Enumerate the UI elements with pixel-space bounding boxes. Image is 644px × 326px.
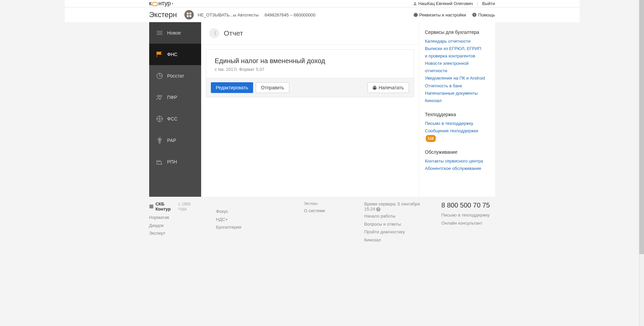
org-number: 6498267645 – 660000000 xyxy=(265,12,315,17)
help-icon[interactable]: ? xyxy=(376,207,380,212)
service-heading: Обслуживание xyxy=(425,149,489,155)
chevron-down-icon: ▾ xyxy=(172,2,173,5)
cloud-icon xyxy=(152,2,158,6)
link-calendar[interactable]: Календарь отчетности xyxy=(425,38,489,45)
flink-focus[interactable]: Фокус xyxy=(216,208,253,215)
svg-rect-2 xyxy=(187,15,188,17)
factory-icon xyxy=(156,158,163,166)
svg-rect-1 xyxy=(189,13,191,14)
brand-logo[interactable]: кнтур▾ xyxy=(149,0,173,7)
skb-logo-icon xyxy=(149,204,154,209)
server-time: Время сервера: 5 сентября 15:24? xyxy=(364,201,421,212)
print-button[interactable]: Напечатать xyxy=(367,82,409,93)
link-service-contacts[interactable]: Контакты сервисного центра xyxy=(425,157,489,165)
flink-diag[interactable]: Пройти диагностику xyxy=(364,229,421,235)
grid-icon xyxy=(187,12,191,17)
nav-rpn[interactable]: РПН xyxy=(149,151,201,173)
user-icon xyxy=(413,2,417,6)
user-link[interactable]: НашКац Евгений Олегович xyxy=(413,1,473,6)
grapes-icon xyxy=(156,137,163,144)
org-switcher[interactable] xyxy=(184,10,194,19)
scrollbar-thumb[interactable] xyxy=(639,0,644,253)
print-icon xyxy=(372,86,377,90)
flink-diadok[interactable]: Диадок xyxy=(149,222,196,229)
report-card: Единый налог на вмененный доход с Iкв. 2… xyxy=(206,49,414,97)
support-heading: Техподдержка xyxy=(425,112,489,117)
link-news[interactable]: Новости электронной отчетности xyxy=(425,60,489,75)
nav-pfr[interactable]: ПФР xyxy=(149,87,201,108)
report-subtitle: с Iкв. 2017г. Формат 5.07 xyxy=(215,67,405,72)
user-name: НашКац Евгений Олегович xyxy=(418,1,473,6)
back-button[interactable]: 〈 xyxy=(209,28,219,38)
help-link[interactable]: ? Помощь xyxy=(472,12,495,17)
svg-rect-0 xyxy=(187,13,188,14)
target-icon xyxy=(156,115,163,123)
svg-rect-3 xyxy=(189,15,191,17)
flink-expert[interactable]: Эксперт xyxy=(149,230,196,237)
nav-rosstat[interactable]: Росстат xyxy=(149,65,201,87)
link-bank[interactable]: Отчетность в банк xyxy=(425,82,489,90)
nav-fns[interactable]: ФНС xyxy=(149,44,201,65)
services-heading: Сервисы для бухгалтера xyxy=(425,30,489,35)
link-support-msgs[interactable]: Сообщения техподдержки 116 xyxy=(425,127,489,142)
page-title: Отчет xyxy=(224,29,243,37)
link-cinema[interactable]: Кинозал xyxy=(425,97,489,104)
flink-cinema2[interactable]: Кинозал xyxy=(364,237,421,243)
svg-point-15 xyxy=(158,139,159,140)
link-notify[interactable]: Уведомления на ПК и Android xyxy=(425,75,489,82)
separator: | xyxy=(477,1,478,6)
link-egrul[interactable]: Выписки из ЕГРЮЛ, ЕГРИПи проверка контра… xyxy=(425,45,489,60)
link-printed[interactable]: Напечатанные документы xyxy=(425,90,489,97)
right-panel: Сервисы для бухгалтера Календарь отчетно… xyxy=(419,22,495,197)
chevron-left-icon: 〈 xyxy=(212,30,217,37)
nav-new[interactable]: Новое xyxy=(149,22,201,44)
report-title: Единый налог на вмененный доход xyxy=(215,57,405,65)
flink-about[interactable]: О системе xyxy=(304,207,344,214)
nav-rar[interactable]: РАР xyxy=(149,130,201,151)
flink-faq[interactable]: Вопросы и ответы xyxy=(364,221,421,228)
scrollbar[interactable] xyxy=(639,0,644,253)
people-icon xyxy=(156,94,163,101)
svg-point-16 xyxy=(160,139,161,140)
flink-nds[interactable]: НДС+ xyxy=(216,216,253,223)
flink-start[interactable]: Начало работы xyxy=(364,213,421,220)
support-badge: 116 xyxy=(426,135,436,142)
footer-phone: 8 800 500 70 75 xyxy=(442,201,495,209)
list-icon xyxy=(156,29,163,37)
help-icon: ? xyxy=(472,12,477,17)
flag-icon xyxy=(156,51,163,58)
svg-point-10 xyxy=(157,95,159,97)
flink-supmail[interactable]: Письмо в техподдержку xyxy=(442,212,495,219)
flink-normativ[interactable]: Норматив xyxy=(149,214,196,221)
flink-accounting[interactable]: Бухгалтерия xyxy=(216,224,253,231)
piechart-icon xyxy=(156,72,163,80)
link-subscription[interactable]: Абонентское обслуживание xyxy=(425,165,489,172)
footer-extern: Экстерн xyxy=(304,201,344,205)
link-support-mail[interactable]: Письмо в техподдержку xyxy=(425,120,489,127)
svg-text:?: ? xyxy=(474,13,475,17)
nav-fss[interactable]: ФСС xyxy=(149,108,201,130)
send-button[interactable]: Отправить xyxy=(256,82,289,93)
gear-icon xyxy=(413,12,418,17)
edit-button[interactable]: Редактировать xyxy=(211,82,253,93)
sidebar: Новое ФНС Росстат ПФР ФСС РАР xyxy=(149,22,201,197)
footer-since: с 1988 года xyxy=(178,202,196,211)
svg-point-11 xyxy=(160,95,162,97)
settings-link[interactable]: Реквизиты и настройки xyxy=(413,12,466,17)
svg-point-18 xyxy=(159,142,160,143)
footer-brand: СКБ Контур xyxy=(156,201,176,212)
logout-link[interactable]: Выйти xyxy=(482,1,495,6)
flink-consult[interactable]: Онлайн консультант xyxy=(442,220,495,227)
app-name: Экстерн xyxy=(149,10,177,19)
org-name[interactable]: НЕ_ОТЗЫВАТЬ...ы Автотесты xyxy=(198,12,259,17)
